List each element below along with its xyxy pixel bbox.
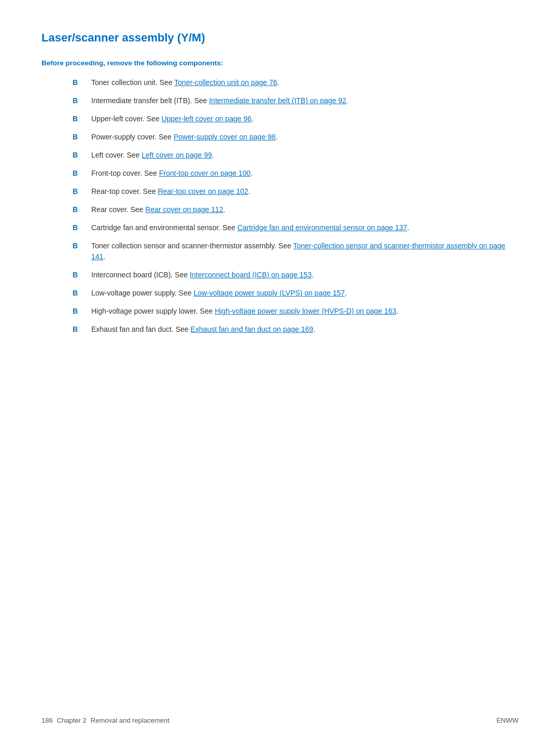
bullet-icon: B — [73, 168, 85, 179]
item-text: Power-supply cover. See Power-supply cov… — [91, 132, 278, 143]
item-link[interactable]: Intermediate transfer belt (ITB) on page… — [209, 96, 346, 105]
list-item: BHigh-voltage power supply lower. See Hi… — [73, 306, 519, 317]
bullet-icon: B — [73, 95, 85, 106]
page-title: Laser/scanner assembly (Y/M) — [41, 31, 519, 45]
bullet-icon: B — [73, 114, 85, 124]
footer-page-number: 186 — [41, 716, 53, 724]
item-text: Front-top cover. See Front-top cover on … — [91, 168, 253, 179]
list-item: BFront-top cover. See Front-top cover on… — [73, 168, 519, 179]
item-text: Cartridge fan and environmental sensor. … — [91, 222, 409, 233]
bullet-icon: B — [73, 186, 85, 197]
item-text: Low-voltage power supply. See Low-voltag… — [91, 288, 347, 299]
item-text: Interconnect board (ICB). See Interconne… — [91, 270, 314, 280]
item-link[interactable]: High-voltage power supply lower (HVPS-D)… — [215, 307, 396, 315]
item-text: Exhaust fan and fan duct. See Exhaust fa… — [91, 324, 315, 335]
item-link[interactable]: Power-supply cover on page 98 — [174, 133, 276, 141]
item-text: Upper-left cover. See Upper-left cover o… — [91, 114, 254, 124]
items-list: BToner collection unit. See Toner-collec… — [73, 77, 519, 335]
bullet-icon: B — [73, 288, 85, 299]
item-link[interactable]: Upper-left cover on page 96 — [161, 115, 251, 123]
footer-enww: ENWW — [496, 716, 519, 724]
list-item: BLow-voltage power supply. See Low-volta… — [73, 288, 519, 299]
bullet-icon: B — [73, 324, 85, 335]
section-label: Before proceeding, remove the following … — [41, 59, 519, 67]
item-link[interactable]: Toner-collection sensor and scanner-ther… — [91, 242, 506, 261]
list-item: BRear cover. See Rear cover on page 112. — [73, 204, 519, 215]
footer-section: Removal and replacement — [91, 716, 170, 724]
item-text: Toner collection sensor and scanner-ther… — [91, 241, 519, 262]
footer-right: ENWW — [496, 716, 519, 724]
footer-chapter: Chapter 2 — [57, 716, 87, 724]
bullet-icon: B — [73, 241, 85, 251]
bullet-icon: B — [73, 222, 85, 233]
list-item: BToner collection sensor and scanner-the… — [73, 241, 519, 262]
item-link[interactable]: Low-voltage power supply (LVPS) on page … — [193, 289, 345, 297]
list-item: BExhaust fan and fan duct. See Exhaust f… — [73, 324, 519, 335]
item-link[interactable]: Rear-top cover on page 102 — [158, 187, 248, 195]
bullet-icon: B — [73, 150, 85, 161]
bullet-icon: B — [73, 306, 85, 317]
page-container: Laser/scanner assembly (Y/M) Before proc… — [0, 0, 560, 384]
list-item: BPower-supply cover. See Power-supply co… — [73, 132, 519, 143]
item-text: Intermediate transfer belt (ITB). See In… — [91, 95, 348, 106]
item-link[interactable]: Toner-collection unit on page 76 — [174, 78, 277, 87]
list-item: BIntermediate transfer belt (ITB). See I… — [73, 95, 519, 106]
bullet-icon: B — [73, 132, 85, 143]
page-footer: 186 Chapter 2 Removal and replacement EN… — [0, 716, 560, 724]
list-item: BInterconnect board (ICB). See Interconn… — [73, 270, 519, 280]
list-item: BToner collection unit. See Toner-collec… — [73, 77, 519, 88]
list-item: BRear-top cover. See Rear-top cover on p… — [73, 186, 519, 197]
item-link[interactable]: Interconnect board (ICB) on page 153 — [190, 271, 312, 279]
footer-left: 186 Chapter 2 Removal and replacement — [41, 716, 170, 724]
item-text: Left cover. See Left cover on page 99. — [91, 150, 214, 161]
bullet-icon: B — [73, 77, 85, 88]
list-item: BUpper-left cover. See Upper-left cover … — [73, 114, 519, 124]
item-text: Rear-top cover. See Rear-top cover on pa… — [91, 186, 250, 197]
list-item: BLeft cover. See Left cover on page 99. — [73, 150, 519, 161]
item-text: Toner collection unit. See Toner-collect… — [91, 77, 279, 88]
item-link[interactable]: Rear cover on page 112 — [145, 205, 223, 214]
bullet-icon: B — [73, 204, 85, 215]
item-link[interactable]: Left cover on page 99 — [142, 151, 212, 159]
item-link[interactable]: Cartridge fan and environmental sensor o… — [237, 223, 408, 232]
item-link[interactable]: Exhaust fan and fan duct on page 169 — [190, 325, 313, 333]
item-text: Rear cover. See Rear cover on page 112. — [91, 204, 225, 215]
item-link[interactable]: Front-top cover on page 100 — [159, 169, 251, 177]
bullet-icon: B — [73, 270, 85, 280]
item-text: High-voltage power supply lower. See Hig… — [91, 306, 398, 317]
list-item: BCartridge fan and environmental sensor.… — [73, 222, 519, 233]
